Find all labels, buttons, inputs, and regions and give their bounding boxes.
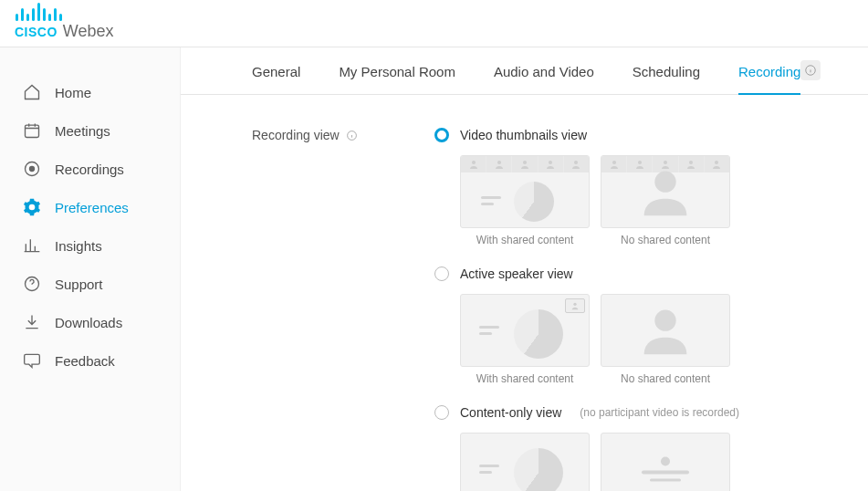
svg-point-3 — [30, 205, 35, 210]
tab-audio-video[interactable]: Audio and Video — [494, 64, 594, 94]
svg-point-7 — [472, 161, 476, 164]
svg-point-19 — [654, 310, 675, 331]
recording-view-options: Video thumbnails view With shared conten… — [434, 128, 868, 473]
option-label: Video thumbnails view — [460, 128, 587, 142]
gear-icon — [22, 197, 42, 217]
speaker-badge-icon — [565, 298, 585, 313]
sidebar-item-label: Preferences — [55, 200, 129, 215]
preview-with-shared: With shared content — [460, 433, 590, 491]
svg-point-16 — [715, 161, 718, 164]
option-active-speaker: Active speaker view With shared content — [434, 266, 868, 385]
sidebar-item-preferences[interactable]: Preferences — [0, 188, 180, 226]
svg-point-18 — [573, 303, 576, 306]
svg-point-12 — [612, 161, 616, 164]
placeholder-icon — [642, 457, 689, 482]
sidebar-item-recordings[interactable]: Recordings — [0, 150, 180, 188]
home-icon — [22, 82, 42, 102]
option-label: Active speaker view — [460, 266, 573, 281]
brand-logo: CISCO Webex — [15, 3, 114, 41]
sidebar-item-downloads[interactable]: Downloads — [0, 303, 180, 341]
calendar-icon — [22, 120, 42, 141]
tab-personal-room[interactable]: My Personal Room — [339, 64, 455, 94]
svg-point-10 — [549, 161, 552, 164]
sidebar-item-label: Home — [55, 85, 91, 100]
preview-with-shared: With shared content — [460, 155, 590, 246]
option-label: Content-only view — [460, 405, 561, 420]
sidebar-item-label: Meetings — [55, 123, 110, 139]
svg-point-2 — [30, 167, 35, 172]
svg-point-14 — [664, 161, 667, 164]
sidebar-item-home[interactable]: Home — [0, 73, 180, 111]
svg-rect-0 — [26, 125, 39, 137]
svg-point-8 — [497, 161, 501, 164]
content-area: General My Personal Room Audio and Video… — [181, 47, 868, 491]
sidebar: Home Meetings Recordings Preferences Ins… — [0, 47, 181, 491]
section-label: Recording view — [252, 128, 434, 473]
tab-general[interactable]: General — [252, 64, 300, 94]
svg-point-15 — [689, 161, 693, 164]
sidebar-item-label: Downloads — [55, 315, 122, 330]
tab-scheduling[interactable]: Scheduling — [633, 64, 700, 94]
preview-caption: With shared content — [460, 372, 590, 385]
sidebar-item-feedback[interactable]: Feedback — [0, 341, 180, 380]
radio-unselected-icon[interactable] — [434, 405, 449, 420]
option-row[interactable]: Content-only view (no participant video … — [434, 405, 868, 420]
option-video-thumbnails: Video thumbnails view With shared conten… — [434, 128, 868, 246]
svg-point-9 — [523, 161, 527, 164]
svg-point-13 — [638, 161, 642, 164]
option-content-only: Content-only view (no participant video … — [434, 405, 868, 491]
sidebar-item-label: Support — [55, 277, 103, 292]
option-row[interactable]: Video thumbnails view — [434, 128, 868, 142]
sidebar-item-insights[interactable]: Insights — [0, 226, 180, 265]
chat-icon — [22, 350, 42, 371]
app-header: CISCO Webex — [0, 0, 868, 47]
preview-caption: No shared content — [601, 234, 730, 246]
record-icon — [22, 159, 42, 179]
preferences-tabs: General My Personal Room Audio and Video… — [181, 47, 868, 95]
preview-no-shared: No shared content — [601, 433, 730, 491]
sidebar-item-label: Insights — [55, 238, 102, 254]
preview-caption: No shared content — [601, 372, 730, 385]
sidebar-item-label: Feedback — [55, 353, 115, 369]
option-row[interactable]: Active speaker view — [434, 266, 868, 281]
download-icon — [22, 312, 42, 332]
option-sublabel: (no participant video is recorded) — [580, 406, 739, 419]
tab-recording[interactable]: Recording — [738, 64, 800, 94]
cisco-bars-icon — [15, 3, 62, 21]
brand-cisco-text: CISCO — [15, 25, 58, 39]
preview-caption: With shared content — [460, 234, 590, 246]
preview-no-shared: No shared content — [601, 294, 730, 385]
help-icon — [22, 274, 42, 294]
brand-product-text: Webex — [63, 22, 114, 41]
sidebar-item-label: Recordings — [55, 162, 124, 177]
sidebar-item-meetings[interactable]: Meetings — [0, 111, 180, 150]
sidebar-item-support[interactable]: Support — [0, 265, 180, 303]
svg-point-17 — [654, 172, 675, 193]
svg-point-11 — [574, 161, 578, 164]
info-icon[interactable] — [800, 60, 821, 80]
info-icon[interactable] — [345, 128, 360, 142]
insights-icon — [22, 235, 42, 256]
preview-with-shared: With shared content — [460, 294, 590, 385]
radio-selected-icon[interactable] — [434, 128, 449, 142]
radio-unselected-icon[interactable] — [434, 266, 449, 281]
preview-no-shared: No shared content — [601, 155, 730, 246]
